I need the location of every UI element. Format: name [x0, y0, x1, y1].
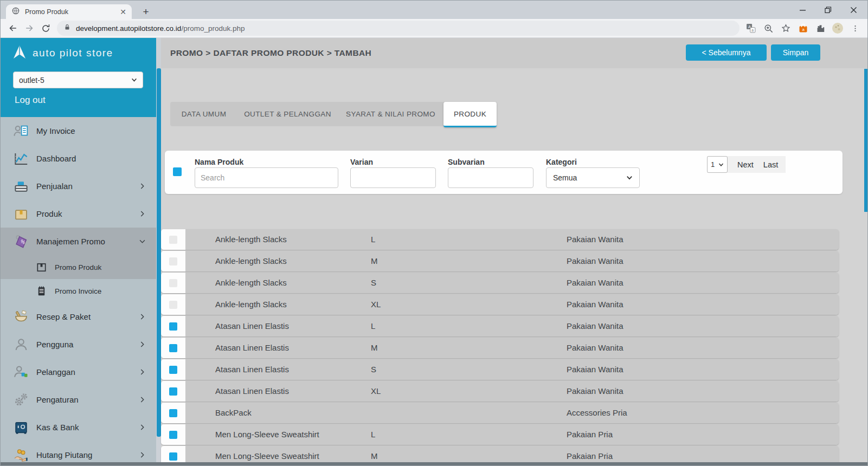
- sidebar-item-promo-produk[interactable]: Promo Produk: [1, 255, 156, 279]
- subvarian-input[interactable]: [448, 167, 533, 188]
- browser-tab[interactable]: Promo Produk ✕: [6, 4, 132, 19]
- browser-window: Promo Produk ✕ + development.autopilotst…: [0, 0, 868, 466]
- row-name: Men Long-Sleeve Sweatshirt: [215, 424, 319, 445]
- row-varian: L: [371, 316, 375, 336]
- row-checkbox[interactable]: [169, 344, 177, 352]
- new-tab-button[interactable]: +: [139, 5, 152, 18]
- restore-button[interactable]: [815, 1, 841, 19]
- row-name: Atasan Linen Elastis: [215, 381, 289, 402]
- sidebar-item-penjualan[interactable]: Penjualan: [1, 172, 156, 200]
- sidebar-item-my-invoice[interactable]: My Invoice: [1, 117, 156, 145]
- row-body: Atasan Linen ElastisXLPakaian Wanita: [185, 381, 839, 402]
- table-row[interactable]: Ankle-length SlacksXLPakaian Wanita: [161, 294, 839, 315]
- extensions-puzzle-icon[interactable]: [812, 20, 828, 36]
- reload-icon[interactable]: [37, 20, 54, 36]
- row-varian: M: [371, 338, 378, 358]
- chevron-down-icon: [626, 174, 633, 181]
- select-all-checkbox[interactable]: [173, 167, 182, 176]
- tab-close-icon[interactable]: ✕: [120, 8, 126, 16]
- chevron-right-icon: [139, 450, 145, 460]
- table-row[interactable]: Ankle-length SlacksMPakaian Wanita: [161, 251, 839, 271]
- translate-icon[interactable]: Aa: [743, 20, 759, 36]
- sidebar-item-pengguna[interactable]: Pengguna: [1, 331, 156, 358]
- nama-produk-label: Nama Produk: [195, 158, 243, 166]
- row-checkbox[interactable]: [169, 279, 177, 287]
- page-select[interactable]: 1: [707, 156, 728, 173]
- tab-syarat-nilai-promo[interactable]: SYARAT & NILAI PROMO: [338, 102, 443, 126]
- sidebar-item-produk[interactable]: Produk: [1, 200, 156, 228]
- table-row[interactable]: Men Long-Sleeve SweatshirtLPakaian Pria: [161, 424, 839, 445]
- varian-input[interactable]: [350, 167, 436, 188]
- row-checkbox-cell: [161, 229, 185, 250]
- table-row[interactable]: BackPackAccessories Pria: [161, 403, 839, 423]
- row-kategori: Pakaian Wanita: [567, 294, 623, 315]
- minimize-button[interactable]: [790, 1, 815, 19]
- sidebar-scrollbar[interactable]: [157, 68, 161, 437]
- row-checkbox[interactable]: [169, 431, 177, 439]
- close-button[interactable]: [841, 1, 866, 19]
- tab-outlet-pelanggan[interactable]: OUTLET & PELANGGAN: [237, 102, 338, 126]
- sidebar-item-promo-invoice[interactable]: Promo Invoice: [1, 279, 156, 303]
- row-checkbox[interactable]: [169, 301, 177, 309]
- sidebar-item-resep-paket[interactable]: Resep & Paket: [1, 303, 156, 331]
- row-checkbox[interactable]: [169, 257, 177, 266]
- profile-avatar[interactable]: [830, 20, 846, 36]
- next-page-link[interactable]: Next: [737, 160, 754, 169]
- promo-tag-icon: %: [13, 234, 29, 250]
- breadcrumb: PROMO > DAFTAR PROMO PRODUK > TAMBAH: [170, 48, 371, 58]
- sidebar-item-dashboard[interactable]: Dashboard: [1, 145, 156, 172]
- sidebar-item-pengaturan[interactable]: Pengaturan: [1, 386, 156, 413]
- table-row[interactable]: Men Long-Sleeve SweatshirtMPakaian Pria: [161, 446, 839, 462]
- row-name: Atasan Linen Elastis: [215, 359, 289, 380]
- kategori-label: Kategori: [546, 158, 577, 166]
- previous-button[interactable]: < Sebelumnya: [686, 44, 767, 61]
- bookmark-star-icon[interactable]: [777, 20, 794, 36]
- row-checkbox[interactable]: [169, 366, 177, 374]
- forward-icon[interactable]: [21, 20, 37, 36]
- app-area: auto pilot store outlet-5 Log out My Inv…: [1, 38, 867, 462]
- shopping-extension-icon[interactable]: a: [795, 20, 811, 36]
- nama-produk-input[interactable]: [195, 167, 338, 188]
- save-button[interactable]: Simpan: [771, 44, 820, 61]
- product-icon: [13, 206, 29, 222]
- row-kategori: Pakaian Wanita: [567, 273, 623, 293]
- row-name: Ankle-length Slacks: [215, 294, 287, 315]
- table-row[interactable]: Ankle-length SlacksSPakaian Wanita: [161, 273, 839, 293]
- row-checkbox[interactable]: [169, 409, 177, 417]
- table-row[interactable]: Atasan Linen ElastisXLPakaian Wanita: [161, 381, 839, 402]
- browser-tab-title: Promo Produk: [25, 8, 115, 16]
- zoom-icon[interactable]: [760, 20, 776, 36]
- row-checkbox[interactable]: [169, 236, 177, 244]
- sidebar-item-manajemen-promo[interactable]: %Manajemen Promo: [1, 228, 156, 255]
- row-varian: S: [371, 273, 376, 293]
- row-name: Atasan Linen Elastis: [215, 338, 289, 358]
- promo-invoice-icon: [35, 285, 48, 297]
- sidebar: auto pilot store outlet-5 Log out My Inv…: [1, 38, 156, 462]
- back-icon[interactable]: [5, 20, 21, 36]
- table-row[interactable]: Atasan Linen ElastisLPakaian Wanita: [161, 316, 839, 336]
- table-row[interactable]: Atasan Linen ElastisSPakaian Wanita: [161, 359, 839, 380]
- tab-produk[interactable]: PRODUK: [443, 102, 497, 127]
- row-checkbox[interactable]: [169, 322, 177, 331]
- row-checkbox[interactable]: [169, 452, 177, 461]
- page-scrollbar[interactable]: [864, 69, 867, 212]
- sidebar-item-label: Kas & Bank: [36, 423, 132, 432]
- kategori-select[interactable]: Semua: [546, 167, 640, 188]
- chevron-down-icon: [131, 77, 137, 83]
- outlet-select[interactable]: outlet-5: [13, 72, 143, 88]
- logout-link[interactable]: Log out: [15, 95, 46, 106]
- sidebar-item-label: Produk: [36, 209, 132, 218]
- sidebar-item-pelanggan[interactable]: Pelanggan: [1, 358, 156, 386]
- sidebar-item-kas-bank[interactable]: Kas & Bank: [1, 413, 156, 441]
- last-page-link[interactable]: Last: [763, 160, 778, 169]
- chevron-right-icon: [139, 395, 145, 405]
- table-row[interactable]: Ankle-length SlacksLPakaian Wanita: [161, 229, 839, 250]
- address-bar[interactable]: development.autopilotstore.co.id/promo_p…: [57, 21, 740, 36]
- lock-icon: [63, 23, 71, 33]
- row-checkbox[interactable]: [169, 387, 177, 396]
- table-row[interactable]: Atasan Linen ElastisMPakaian Wanita: [161, 338, 839, 358]
- row-kategori: Pakaian Wanita: [567, 229, 623, 250]
- menu-kebab-icon[interactable]: [847, 20, 863, 36]
- tab-data-umum[interactable]: DATA UMUM: [170, 102, 237, 126]
- sidebar-item-hutang-piutang[interactable]: Hutang Piutang: [1, 441, 156, 462]
